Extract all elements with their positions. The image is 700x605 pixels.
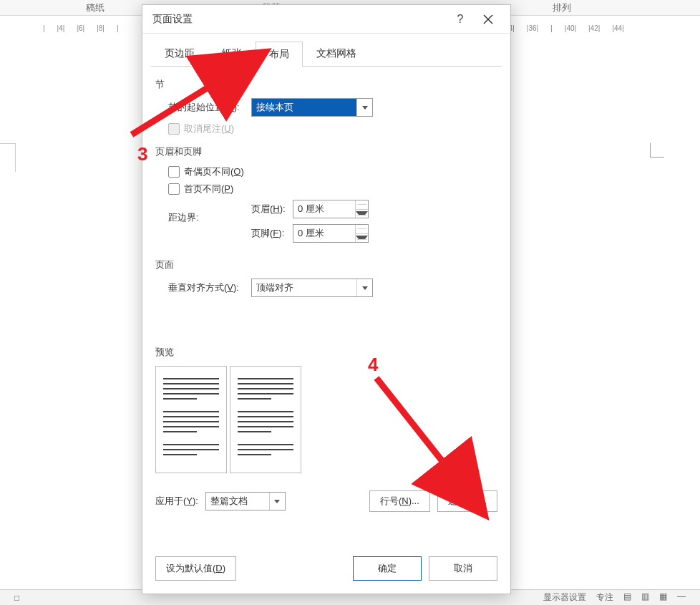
status-display-settings[interactable]: 显示器设置 [543,591,586,604]
group-preview: 预览 [155,346,497,359]
section-start-combo[interactable]: 接续本页 [251,98,373,117]
section-start-label: 节的起始位置(R): [168,101,251,114]
statusbar-icon: □ [14,593,19,603]
section-start-value: 接续本页 [252,99,356,116]
status-view-icon-2[interactable]: ▥ [641,591,649,604]
valign-value: 顶端对齐 [252,279,356,296]
apply-to-value: 整篇文档 [206,493,269,510]
footer-distance-label: 页脚(F): [251,227,293,240]
chevron-down-icon[interactable] [356,99,372,116]
close-button[interactable] [473,6,503,32]
valign-combo[interactable]: 顶端对齐 [251,279,373,297]
from-edge-label: 距边界: [168,200,251,224]
status-focus[interactable]: 专注 [596,591,613,604]
page-setup-dialog: 页面设置 ? 页边距 纸张 布局 文档网格 节 节的起始位置(R): 接续本页 … [142,4,511,594]
header-distance-spin[interactable]: 0 厘米 [293,200,369,218]
group-page: 页面 [155,258,497,271]
spin-down-icon[interactable] [356,210,368,218]
tab-grid[interactable]: 文档网格 [303,41,370,66]
status-zoom-minus[interactable]: — [677,591,686,604]
line-numbers-button[interactable]: 行号(N)... [369,490,430,512]
footer-distance-value: 0 厘米 [293,225,355,242]
tab-paper[interactable]: 纸张 [208,41,256,66]
footer-distance-spin[interactable]: 0 厘米 [293,224,369,243]
suppress-endnotes-checkbox [168,123,180,135]
doc-left-edge [0,143,16,172]
tab-margins[interactable]: 页边距 [151,41,208,66]
status-view-icon-3[interactable]: ▦ [659,591,667,604]
chevron-down-icon[interactable] [356,279,372,296]
preview-page-2 [230,366,301,473]
first-page-checkbox[interactable] [168,183,180,195]
tab-layout[interactable]: 布局 [256,42,303,67]
dialog-tabs: 页边距 纸张 布局 文档网格 [142,34,510,66]
valign-label: 垂直对齐方式(V): [168,281,251,294]
spin-up-icon[interactable] [356,225,368,234]
header-distance-label: 页眉(H): [251,203,293,216]
doc-corner-mark [650,136,671,158]
preview-page-1 [155,366,227,473]
preview-area [155,366,497,473]
apply-to-combo[interactable]: 整篇文档 [205,492,286,510]
help-button[interactable]: ? [447,6,473,32]
spin-up-icon[interactable] [356,200,368,210]
annotation-number-4: 4 [368,354,378,376]
set-default-button[interactable]: 设为默认值(D) [155,556,236,581]
cancel-button[interactable]: 取消 [429,556,497,581]
first-page-label: 首页不同(P) [184,183,233,195]
dialog-title: 页面设置 [152,13,193,26]
spin-down-icon[interactable] [356,234,368,243]
borders-button[interactable]: 边框(B)... [437,490,497,512]
apply-to-label: 应用于(Y): [155,495,198,508]
odd-even-checkbox[interactable] [168,166,180,178]
close-icon [483,14,493,24]
suppress-endnotes-label: 取消尾注(U) [184,122,234,135]
dialog-titlebar: 页面设置 ? [142,5,510,34]
header-distance-value: 0 厘米 [293,200,355,218]
annotation-number-3: 3 [137,143,147,165]
ok-button[interactable]: 确定 [353,556,422,581]
odd-even-label: 奇偶页不同(O) [184,165,244,178]
chevron-down-icon[interactable] [269,493,285,510]
dialog-footer: 设为默认值(D) 确定 取消 [142,543,510,594]
group-header-footer: 页眉和页脚 [155,145,497,158]
status-view-icon[interactable]: ▤ [623,591,631,604]
group-section: 节 [155,78,497,91]
dialog-content: 节 节的起始位置(R): 接续本页 取消尾注(U) 页眉和页脚 奇偶页不同(O)… [142,67,510,543]
